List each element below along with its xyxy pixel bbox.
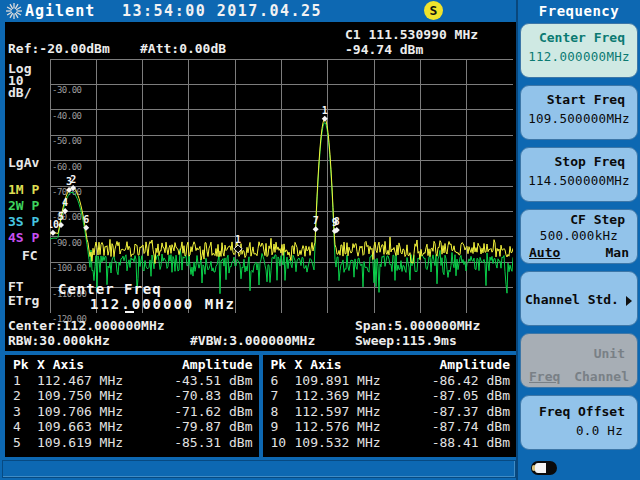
softkey-value: 109.500000MHz: [521, 111, 637, 126]
marker-amp-readout: -94.74 dBm: [345, 42, 423, 57]
peak-marker-9: 9: [332, 217, 338, 234]
message-bar: [2, 460, 516, 478]
peak-frequency: 112.467 MHz: [37, 373, 135, 389]
softkey-label: Stop Freq: [521, 148, 637, 169]
peak-amplitude: -87.37 dBm: [392, 404, 510, 420]
column-header: Amplitude: [392, 357, 510, 373]
annotation-ft: FT: [8, 279, 24, 294]
peak-marker-3: 3: [66, 176, 72, 193]
peak-row-7: 7112.369 MHz-87.05 dBm: [271, 388, 511, 404]
toggle-option-freq: Freq: [529, 369, 560, 384]
peak-amplitude: -86.42 dBm: [392, 373, 510, 389]
svg-text:6: 6: [83, 214, 89, 225]
peak-amplitude: -87.74 dBm: [392, 419, 510, 435]
column-header: X Axis: [295, 357, 393, 373]
ref-level-readout: Ref:-20.00dBm: [8, 41, 110, 56]
annotation-2w-p: 2W P: [8, 198, 39, 213]
peak-frequency: 109.750 MHz: [37, 388, 135, 404]
marker-freq-readout: C1 111.530990 MHz: [345, 27, 478, 42]
spectrum-analyzer-ui: Agilent 13:54:00 2017.04.25 S Ref:-20.00…: [0, 0, 640, 480]
softkey-value: 112.000000MHz: [521, 49, 637, 64]
softkey-channel-std[interactable]: Channel Std.: [520, 271, 638, 326]
annotation-db-: dB/: [8, 85, 31, 100]
brand-name: Agilent: [25, 2, 95, 20]
peak-number: 10: [271, 435, 295, 451]
svg-text:10: 10: [50, 219, 59, 230]
peak-frequency: 109.891 MHz: [295, 373, 393, 389]
peak-marker-6: 6: [83, 214, 89, 231]
svg-text:1: 1: [322, 105, 328, 116]
annotation-fc: FC: [22, 248, 38, 263]
peak-amplitude: -88.41 dBm: [392, 435, 510, 451]
toggle-option-man: Man: [606, 245, 629, 260]
peak-amplitude: -79.87 dBm: [135, 419, 253, 435]
softkey-cf-step[interactable]: CF Step500.000kHzAutoMan: [520, 209, 638, 264]
softkey-start-freq[interactable]: Start Freq109.500000MHz: [520, 85, 638, 140]
peak-number: 8: [271, 404, 295, 420]
peak-table-left: PkX AxisAmplitude1112.467 MHz-43.51 dBm2…: [5, 355, 259, 457]
peak-number: 5: [13, 435, 37, 451]
softkey-menu: Frequency Center Freq112.000000MHzStart …: [516, 0, 640, 480]
peak-amplitude: -70.83 dBm: [135, 388, 253, 404]
softkey-value: 114.500000MHz: [521, 173, 637, 188]
softkey-unit: UnitFreqChannel: [520, 333, 638, 388]
peak-number: 7: [271, 388, 295, 404]
peak-marker-1: 1: [322, 105, 328, 122]
peak-row-4: 4109.663 MHz-79.87 dBm: [13, 419, 253, 435]
peak-row-1: 1112.467 MHz-43.51 dBm: [13, 373, 253, 389]
peak-frequency: 112.369 MHz: [295, 388, 393, 404]
peak-amplitude: -85.31 dBm: [135, 435, 253, 451]
toggle-option-channel: Channel: [574, 369, 629, 384]
softkey-label: CF Step: [521, 210, 637, 227]
agilent-spark-logo-icon: [5, 2, 23, 20]
annotation-3s-p: 3S P: [8, 214, 39, 229]
softkey-label: Start Freq: [521, 86, 637, 107]
peak-table: PkX AxisAmplitude1112.467 MHz-43.51 dBm2…: [5, 351, 516, 457]
status-sweep: Sweep:115.9ms: [355, 333, 457, 348]
peak-row-3: 3109.706 MHz-71.62 dBm: [13, 404, 253, 420]
entry-value: 112.000000 MHz: [90, 296, 236, 312]
status-vbw: #VBW:3.000000MHz: [190, 333, 315, 348]
display-screen: Ref:-20.00dBm #Att:0.00dB C1 111.530990 …: [5, 22, 516, 457]
svg-text:4: 4: [62, 197, 68, 208]
datetime-readout: 13:54:00 2017.04.25: [122, 2, 322, 20]
peak-amplitude: -87.05 dBm: [392, 388, 510, 404]
status-rbw: RBW:30.000kHz: [8, 333, 110, 348]
peak-frequency: 109.663 MHz: [37, 419, 135, 435]
softkey-freq-offset[interactable]: Freq Offset0.0 Hz: [520, 395, 638, 450]
peak-amplitude: -71.62 dBm: [135, 404, 253, 420]
peak-number: 6: [271, 373, 295, 389]
softkey-stop-freq[interactable]: Stop Freq114.500000MHz: [520, 147, 638, 202]
svg-text:9: 9: [332, 217, 338, 228]
softkey-center-freq[interactable]: Center Freq112.000000MHz: [520, 23, 638, 78]
column-header: Amplitude: [135, 357, 253, 373]
svg-text:7: 7: [313, 215, 319, 226]
peak-row-2: 2109.750 MHz-70.83 dBm: [13, 388, 253, 404]
peak-frequency: 112.576 MHz: [295, 419, 393, 435]
peak-frequency: 109.706 MHz: [37, 404, 135, 420]
status-center-freq: Center:112.000000MHz: [8, 318, 165, 333]
peak-table-header: PkX AxisAmplitude: [271, 357, 511, 373]
peak-marker-7: 7: [313, 215, 319, 232]
peak-table-right: PkX AxisAmplitude6109.891 MHz-86.42 dBm7…: [263, 355, 517, 457]
softkey-toggle: FreqChannel: [529, 369, 629, 384]
peak-row-5: 5109.619 MHz-85.31 dBm: [13, 435, 253, 451]
peak-number: 3: [13, 404, 37, 420]
softkey-label: Freq Offset: [521, 396, 637, 419]
peak-row-10: 10109.532 MHz-88.41 dBm: [271, 435, 511, 451]
softkey-label: Channel Std.: [521, 272, 637, 307]
peak-number: 2: [13, 388, 37, 404]
annotation-lgav: LgAv: [8, 155, 39, 170]
submenu-arrow-icon: [626, 296, 632, 306]
softkey-value: 0.0 Hz: [521, 423, 637, 438]
peak-number: 4: [13, 419, 37, 435]
entry-label: Center Freq: [58, 281, 162, 297]
peak-number: 9: [271, 419, 295, 435]
peak-row-8: 8112.597 MHz-87.37 dBm: [271, 404, 511, 420]
peak-table-header: PkX AxisAmplitude: [13, 357, 253, 373]
attenuation-readout: #Att:0.00dB: [140, 41, 226, 56]
svg-text:3: 3: [66, 176, 72, 187]
peak-frequency: 109.619 MHz: [37, 435, 135, 451]
softkey-toggle: AutoMan: [529, 245, 629, 260]
softkey-value: 500.000kHz: [521, 228, 637, 243]
